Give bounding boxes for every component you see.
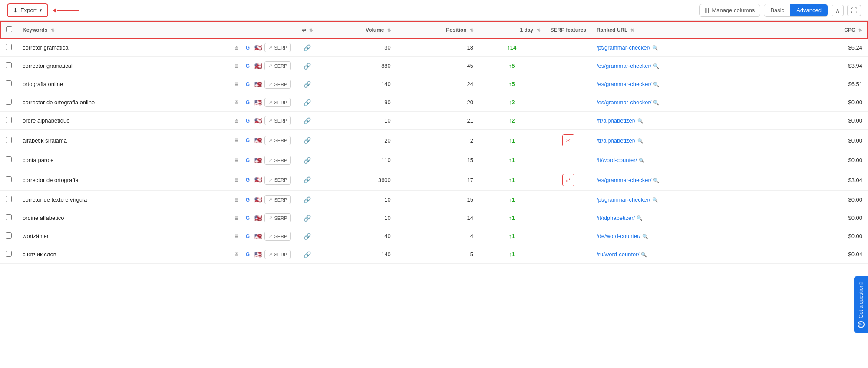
chain-link-icon[interactable]: 🔗 [304,176,311,183]
url-search-icon[interactable]: 🔍 [637,215,643,221]
ranked-url-link[interactable]: /es/grammar-checker/ [597,99,651,106]
volume-sort-icon[interactable]: ⇅ [387,28,391,33]
desktop-icon[interactable]: 🖥 [232,233,241,240]
chain-link-icon[interactable]: 🔗 [304,81,311,88]
desktop-icon[interactable]: 🖥 [232,157,241,164]
url-search-icon[interactable]: 🔍 [641,252,647,257]
collapse-button[interactable]: ∧ [832,5,844,16]
expand-button[interactable]: ⛶ [847,5,861,16]
link-icon-cell: 🔗 [296,151,318,169]
row-checkbox[interactable] [6,251,12,257]
url-search-icon[interactable]: 🔍 [653,63,659,69]
row-checkbox[interactable] [6,232,12,239]
ranked-url-link[interactable]: /pt/grammar-checker/ [597,44,650,51]
url-search-icon[interactable]: 🔍 [652,197,658,202]
url-search-icon[interactable]: 🔍 [639,158,645,163]
ranked-url-link[interactable]: /it/alphabetizer/ [597,215,635,221]
serp-button[interactable]: ↗ SERP [264,156,291,165]
google-icon[interactable]: G [243,81,252,88]
desktop-icon[interactable]: 🖥 [232,137,241,144]
one-day-sort-icon[interactable]: ⇅ [537,28,540,33]
chain-link-icon[interactable]: 🔗 [304,157,311,164]
export-button[interactable]: ⬇ Export ▾ [7,3,48,17]
desktop-icon[interactable]: 🖥 [232,44,241,51]
desktop-icon[interactable]: 🖥 [232,117,241,124]
ranked-url-link[interactable]: /ru/word-counter/ [597,251,639,258]
ranked-url-link[interactable]: /fr/alphabetizer/ [597,117,636,124]
serp-button[interactable]: ↗ SERP [264,195,291,204]
row-checkbox[interactable] [6,44,12,50]
chain-link-icon[interactable]: 🔗 [304,196,311,203]
chain-link-icon[interactable]: 🔗 [304,215,311,222]
google-icon[interactable]: G [243,196,252,203]
url-search-icon[interactable]: 🔍 [653,178,659,183]
row-checkbox[interactable] [6,62,12,68]
google-icon[interactable]: G [243,99,252,106]
serp-button[interactable]: ↗ SERP [264,250,291,259]
google-icon[interactable]: G [243,176,252,183]
desktop-icon[interactable]: 🖥 [232,215,241,222]
basic-view-button[interactable]: Basic [764,4,790,16]
desktop-icon[interactable]: 🖥 [232,196,241,203]
google-icon[interactable]: G [243,44,252,51]
row-checkbox[interactable] [6,99,12,105]
google-icon[interactable]: G [243,215,252,222]
manage-columns-button[interactable]: ||| Manage columns [699,4,760,17]
ranked-url-link[interactable]: /es/grammar-checker/ [597,81,651,87]
serp-button[interactable]: ↗ SERP [264,213,291,222]
serp-button[interactable]: ↗ SERP [264,61,291,70]
row-checkbox[interactable] [6,214,12,220]
serp-button[interactable]: ↗ SERP [264,98,291,107]
ranked-url-link[interactable]: /pt/grammar-checker/ [597,196,650,203]
trend-icon: ↗ [268,81,272,87]
chain-link-icon[interactable]: 🔗 [304,44,311,51]
serp-button[interactable]: ↗ SERP [264,176,291,185]
desktop-icon[interactable]: 🖥 [232,63,241,70]
google-icon[interactable]: G [243,63,252,70]
serp-button[interactable]: ↗ SERP [264,136,291,145]
desktop-icon[interactable]: 🖥 [232,99,241,106]
link-sort-icon[interactable]: ⇅ [309,28,313,33]
url-search-icon[interactable]: 🔍 [653,100,659,105]
serp-button[interactable]: ↗ SERP [264,232,291,241]
ranked-url-sort-icon[interactable]: ⇅ [630,28,634,33]
ranked-url-link[interactable]: /tr/alphabetizer/ [597,137,636,144]
chain-link-icon[interactable]: 🔗 [304,63,311,70]
cpc-sort-icon[interactable]: ⇅ [858,28,862,33]
row-checkbox[interactable] [6,80,12,86]
desktop-icon[interactable]: 🖥 [232,251,241,258]
serp-button[interactable]: ↗ SERP [264,80,291,89]
google-icon[interactable]: G [243,117,252,124]
row-checkbox[interactable] [6,117,12,123]
row-checkbox[interactable] [6,156,12,162]
chain-link-icon[interactable]: 🔗 [304,137,311,144]
chain-link-icon[interactable]: 🔗 [304,117,311,124]
desktop-icon[interactable]: 🖥 [232,81,241,88]
google-icon[interactable]: G [243,251,252,258]
serp-button[interactable]: ↗ SERP [264,43,291,52]
desktop-icon[interactable]: 🖥 [232,176,241,183]
ranked-url-link[interactable]: /it/word-counter/ [597,157,637,163]
url-search-icon[interactable]: 🔍 [653,82,659,87]
url-search-icon[interactable]: 🔍 [642,234,648,239]
advanced-view-button[interactable]: Advanced [790,4,828,16]
google-icon[interactable]: G [243,157,252,164]
chain-link-icon[interactable]: 🔗 [304,233,311,240]
google-icon[interactable]: G [243,233,252,240]
row-checkbox[interactable] [6,196,12,202]
row-checkbox[interactable] [6,137,12,143]
serp-button[interactable]: ↗ SERP [264,116,291,125]
ranked-url-link[interactable]: /de/word-counter/ [597,233,640,239]
ranked-url-link[interactable]: /es/grammar-checker/ [597,63,651,69]
url-search-icon[interactable]: 🔍 [637,118,644,123]
chain-link-icon[interactable]: 🔗 [304,251,311,258]
select-all-checkbox[interactable] [6,26,12,32]
row-checkbox[interactable] [6,176,12,182]
url-search-icon[interactable]: 🔍 [637,138,644,143]
keywords-sort-icon[interactable]: ⇅ [51,28,54,33]
google-icon[interactable]: G [243,137,252,144]
position-sort-icon[interactable]: ⇅ [470,28,473,33]
url-search-icon[interactable]: 🔍 [652,45,658,50]
chain-link-icon[interactable]: 🔗 [304,99,311,106]
ranked-url-link[interactable]: /es/grammar-checker/ [597,177,651,183]
